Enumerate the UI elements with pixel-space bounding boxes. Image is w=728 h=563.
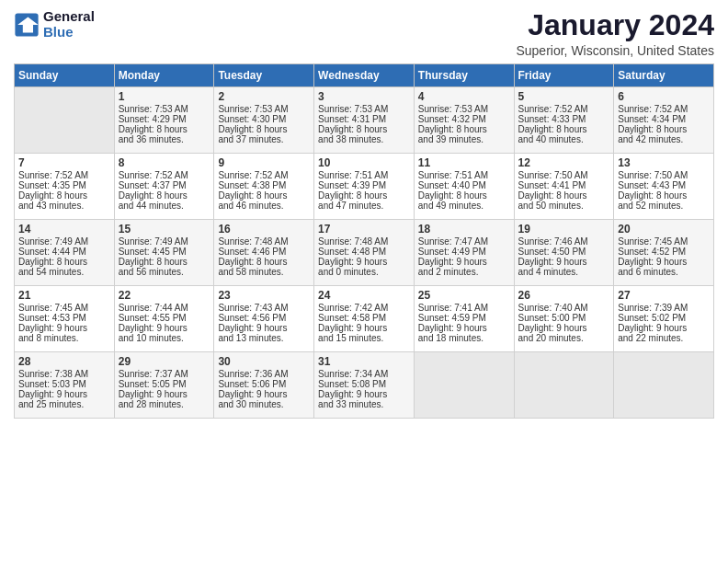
daylight-text-continued: and 8 minutes. [18,333,110,343]
day-number: 4 [418,90,510,103]
daylight-text: Daylight: 9 hours [518,257,610,267]
day-number: 18 [418,223,510,236]
sunset-text: Sunset: 4:38 PM [218,180,310,190]
sunset-text: Sunset: 5:02 PM [618,313,710,323]
daylight-text: Daylight: 9 hours [518,323,610,333]
calendar-cell: 11Sunrise: 7:51 AMSunset: 4:40 PMDayligh… [414,154,514,220]
daylight-text-continued: and 39 minutes. [418,134,510,144]
day-number: 16 [218,223,310,236]
day-number: 5 [518,90,610,103]
daylight-text: Daylight: 9 hours [18,323,110,333]
sunset-text: Sunset: 4:58 PM [318,313,410,323]
calendar-table: SundayMondayTuesdayWednesdayThursdayFrid… [14,63,714,419]
sunrise-text: Sunrise: 7:52 AM [18,170,110,180]
calendar-cell: 13Sunrise: 7:50 AMSunset: 4:43 PMDayligh… [614,154,714,220]
sunrise-text: Sunrise: 7:42 AM [318,303,410,313]
daylight-text: Daylight: 9 hours [318,323,410,333]
daylight-text: Daylight: 8 hours [218,257,310,267]
daylight-text: Daylight: 8 hours [119,190,210,201]
calendar-cell: 17Sunrise: 7:48 AMSunset: 4:48 PMDayligh… [314,220,415,286]
daylight-text: Daylight: 8 hours [318,124,410,134]
sunrise-text: Sunrise: 7:45 AM [18,303,110,313]
daylight-text-continued: and 42 minutes. [618,134,710,144]
daylight-text: Daylight: 9 hours [618,323,710,333]
daylight-text-continued: and 4 minutes. [518,267,610,277]
day-number: 11 [418,156,510,169]
sunrise-text: Sunrise: 7:53 AM [119,104,210,114]
sunset-text: Sunset: 4:44 PM [18,247,110,257]
calendar-cell: 21Sunrise: 7:45 AMSunset: 4:53 PMDayligh… [15,286,115,352]
sunset-text: Sunset: 4:49 PM [418,247,510,257]
day-number: 9 [218,156,310,169]
day-number: 3 [318,90,410,103]
sunrise-text: Sunrise: 7:49 AM [18,236,110,247]
daylight-text-continued: and 50 minutes. [518,201,610,211]
daylight-text: Daylight: 9 hours [618,257,710,267]
calendar-cell: 22Sunrise: 7:44 AMSunset: 4:55 PMDayligh… [114,286,214,352]
daylight-text: Daylight: 8 hours [119,124,210,134]
calendar-cell: 23Sunrise: 7:43 AMSunset: 4:56 PMDayligh… [214,286,314,352]
sunset-text: Sunset: 4:52 PM [618,247,710,257]
sunrise-text: Sunrise: 7:44 AM [119,303,210,313]
daylight-text-continued: and 25 minutes. [18,399,110,409]
day-number: 19 [518,223,610,236]
day-number: 21 [18,289,110,302]
daylight-text-continued: and 20 minutes. [518,333,610,343]
day-header-saturday: Saturday [614,64,714,87]
daylight-text-continued: and 15 minutes. [318,333,410,343]
sunrise-text: Sunrise: 7:43 AM [218,303,310,313]
daylight-text: Daylight: 8 hours [618,190,710,201]
calendar-cell: 27Sunrise: 7:39 AMSunset: 5:02 PMDayligh… [614,286,714,352]
daylight-text-continued: and 28 minutes. [119,399,210,409]
calendar-cell: 8Sunrise: 7:52 AMSunset: 4:37 PMDaylight… [114,154,214,220]
day-number: 28 [18,355,110,368]
daylight-text-continued: and 44 minutes. [119,201,210,211]
sunrise-text: Sunrise: 7:38 AM [18,369,110,379]
day-number: 8 [119,156,210,169]
daylight-text-continued: and 54 minutes. [18,267,110,277]
day-number: 26 [518,289,610,302]
day-number: 7 [18,156,110,169]
daylight-text-continued: and 33 minutes. [318,399,410,409]
calendar-cell [414,352,514,419]
calendar-cell [514,352,614,419]
day-number: 1 [119,90,210,103]
calendar-cell: 1Sunrise: 7:53 AMSunset: 4:29 PMDaylight… [114,87,214,154]
day-number: 20 [618,223,710,236]
day-header-thursday: Thursday [414,64,514,87]
sunset-text: Sunset: 4:29 PM [119,114,210,124]
calendar-cell: 10Sunrise: 7:51 AMSunset: 4:39 PMDayligh… [314,154,415,220]
sunset-text: Sunset: 4:50 PM [518,247,610,257]
sunset-text: Sunset: 4:35 PM [18,180,110,190]
day-number: 14 [18,223,110,236]
calendar-cell: 16Sunrise: 7:48 AMSunset: 4:46 PMDayligh… [214,220,314,286]
calendar-cell: 29Sunrise: 7:37 AMSunset: 5:05 PMDayligh… [114,352,214,419]
daylight-text-continued: and 49 minutes. [418,201,510,211]
sunrise-text: Sunrise: 7:52 AM [119,170,210,180]
calendar-cell: 12Sunrise: 7:50 AMSunset: 4:41 PMDayligh… [514,154,614,220]
location: Superior, Wisconsin, United States [516,43,714,58]
calendar-cell [15,87,115,154]
day-number: 27 [618,289,710,302]
sunrise-text: Sunrise: 7:41 AM [418,303,510,313]
daylight-text-continued: and 18 minutes. [418,333,510,343]
calendar-cell: 4Sunrise: 7:53 AMSunset: 4:32 PMDaylight… [414,87,514,154]
daylight-text-continued: and 36 minutes. [119,134,210,144]
sunset-text: Sunset: 4:34 PM [618,114,710,124]
sunrise-text: Sunrise: 7:39 AM [618,303,710,313]
day-header-friday: Friday [514,64,614,87]
calendar-cell [614,352,714,419]
sunset-text: Sunset: 4:37 PM [119,180,210,190]
sunrise-text: Sunrise: 7:52 AM [518,104,610,114]
day-number: 10 [318,156,410,169]
sunrise-text: Sunrise: 7:37 AM [119,369,210,379]
sunset-text: Sunset: 5:08 PM [318,379,410,389]
daylight-text: Daylight: 9 hours [318,257,410,267]
sunset-text: Sunset: 5:03 PM [18,379,110,389]
daylight-text: Daylight: 9 hours [119,389,210,399]
sunrise-text: Sunrise: 7:36 AM [218,369,310,379]
daylight-text-continued: and 0 minutes. [318,267,410,277]
calendar-cell: 3Sunrise: 7:53 AMSunset: 4:31 PMDaylight… [314,87,415,154]
day-number: 30 [218,355,310,368]
daylight-text-continued: and 43 minutes. [18,201,110,211]
